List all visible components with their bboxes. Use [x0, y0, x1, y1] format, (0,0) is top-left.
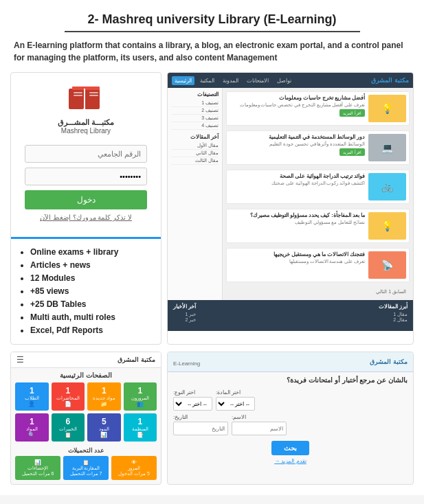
- stat-items: 5 البنود 📊: [87, 413, 121, 442]
- type-select[interactable]: -- اختر -- نوع 1 نوع 2: [173, 397, 212, 411]
- name-input[interactable]: [232, 422, 287, 435]
- search-button[interactable]: بحث: [271, 441, 309, 455]
- features-section: Online exams + library Articles + news 1…: [11, 237, 161, 344]
- page-wrapper: 2- Mashreq university Library (E-Learnin…: [0, 0, 424, 495]
- svg-rect-6: [89, 92, 98, 93]
- feature-item-reports: Excel, Pdf Reports: [30, 325, 155, 335]
- article-card-3: فوائد ترتيب الدراجة الهوائية على الصحة ا…: [226, 170, 410, 204]
- sidebar-article-1[interactable]: مقال الأول: [171, 142, 219, 150]
- bstat-compare-label: المقارنة البرية: [65, 466, 107, 471]
- article-thumb-2: 💻: [368, 134, 406, 161]
- date-input[interactable]: [173, 422, 228, 435]
- thumb-icon-3: 🚲: [368, 173, 406, 201]
- stat-materials-label: المواد: [17, 426, 47, 432]
- stat-students-label: الطلاب: [17, 396, 47, 401]
- sidebar-categories-title: التصنيفات: [171, 91, 219, 98]
- logo-text-arabic: مكتبـــة المشـــرق: [58, 118, 114, 127]
- site-main-content: أفضل مشاريع تخرج حاسبات ومعلومات تعرف عل…: [223, 88, 413, 300]
- site-body: التصنيفات تصنيف 1 تصنيف 2 تصنيف 3 تصنيف …: [168, 88, 413, 300]
- hamburger-icon[interactable]: ☰: [16, 355, 24, 365]
- nav-blog[interactable]: المدونة: [220, 76, 241, 85]
- article-thumb-1: 💡: [368, 95, 406, 122]
- expert-icon: 📋: [65, 432, 71, 438]
- read-more-1[interactable]: اقرأ المزيد: [339, 109, 365, 117]
- bstat-stats: 📊 الإحصاءات 6 مرات التحميل: [15, 456, 60, 480]
- article-content-3: فوائد ترتيب الدراجة الهوائية على الصحة ا…: [230, 173, 365, 201]
- stat-materials-num: 1: [17, 417, 47, 426]
- exam-header: E-Learning مكتبة المشرق: [168, 352, 413, 372]
- form-group-name: الاسم:: [232, 414, 287, 435]
- article-thumb-4: 💡: [368, 212, 406, 240]
- subject-select[interactable]: -- اختر -- مادة 1 مادة 2: [216, 397, 255, 411]
- article-thumb-3: 🚲: [368, 173, 406, 201]
- screenshots-row: مكتبـــة المشـــرق Mashreq Library دخول …: [10, 72, 414, 345]
- stat-org-label: المنظمة: [126, 426, 155, 432]
- svg-rect-5: [74, 95, 82, 96]
- forgot-link[interactable]: لا تذكر كلمة مرورك؟ إضغط الآن: [25, 214, 147, 221]
- stat-items-label: البنود: [89, 426, 119, 432]
- nav-exams[interactable]: الامتحانات: [244, 76, 271, 85]
- bstat-traffic: 👁 المرور 5 مرات الدخول: [111, 456, 157, 480]
- article-title-4: ما بعد المفاجأة: كيف يحدد مسؤولو التوظيف…: [230, 212, 365, 218]
- svg-rect-1: [85, 89, 100, 109]
- article-title-5: فتنجنك الاتصالات ما هي ومستقبل خريجيها: [230, 251, 365, 257]
- logo-icon: [65, 83, 107, 114]
- stat-new-materials: 1 مواد جديدة 📁: [87, 382, 121, 411]
- stat-items-num: 5: [89, 417, 119, 426]
- feature-item-views: +85 views: [30, 286, 155, 296]
- stat-new-materials-label: مواد جديدة: [89, 396, 119, 401]
- admin-logo: مكتبة المشرق: [118, 356, 155, 363]
- sidebar-article-2[interactable]: مقال الثاني: [171, 150, 219, 157]
- nav-contact[interactable]: تواصل: [274, 76, 294, 85]
- sidebar-recent-title: آخر المقالات: [171, 134, 219, 140]
- page-title: 2- Mashreq university Library (E-Learnin…: [10, 7, 414, 31]
- feature-item-auth: Multi auth, multi roles: [30, 312, 155, 322]
- stat-lectures-num: 1: [54, 386, 83, 396]
- form-group-date: التاريخ:: [173, 414, 228, 435]
- stat-lectures-label: المحاضرات: [54, 396, 83, 401]
- article-title-2: دور الوسائط المستخدمة في التنمية التعليم…: [230, 134, 365, 140]
- svg-rect-7: [89, 95, 98, 96]
- site-sidebar: التصنيفات تصنيف 1 تصنيف 2 تصنيف 3 تصنيف …: [168, 88, 223, 300]
- article-content-4: ما بعد المفاجأة: كيف يحدد مسؤولو التوظيف…: [230, 212, 365, 240]
- nav-home[interactable]: الرئيسية: [172, 76, 194, 85]
- form-row-1: اختر المادة: -- اختر -- مادة 1 مادة 2 اخ…: [173, 389, 408, 411]
- more-link[interactable]: تقدم المزيد →: [173, 458, 408, 464]
- visitors-icon: 👥: [137, 401, 144, 407]
- read-more-2[interactable]: اقرأ المزيد: [339, 148, 365, 156]
- login-button[interactable]: دخول: [25, 190, 147, 209]
- username-input[interactable]: [25, 145, 147, 163]
- feature-item-online-exams: Online exams + library: [30, 247, 155, 257]
- article-text-3: اكتشف فوائد ركوب الدراجة الهوائية على صح…: [230, 181, 365, 186]
- thumb-icon-5: 📡: [368, 251, 406, 279]
- article-content-2: دور الوسائط المستخدمة في التنمية التعليم…: [230, 134, 365, 161]
- bstat-compare-count: 7 مرات التحميل: [65, 471, 107, 477]
- stat-expert-label: الخبيرات: [54, 426, 83, 432]
- pagination[interactable]: السابق 1 التالي: [226, 287, 410, 297]
- footer-article-1: مقال 1: [379, 312, 408, 317]
- date-label: التاريخ:: [173, 414, 188, 420]
- type-label: اختر النوع:: [173, 389, 195, 396]
- article-card-1: أفضل مشاريع تخرج حاسبات ومعلومات تعرف عل…: [226, 91, 410, 126]
- site-nav: الرئيسية المكتبة المدونة الامتحانات تواص…: [172, 76, 294, 85]
- article-title-1: أفضل مشاريع تخرج حاسبات ومعلومات: [230, 95, 365, 101]
- exam-logo-sub-text: E-Learning: [173, 360, 200, 367]
- name-label: الاسم:: [232, 414, 246, 420]
- sidebar-category-2[interactable]: تصنيف 2: [171, 107, 219, 115]
- students-icon: 👤: [28, 401, 35, 407]
- sidebar-category-4[interactable]: تصنيف 4: [171, 122, 219, 130]
- bottom-row: ☰ مكتبة المشرق الصفحات الرئيسية 1 الطلاب…: [10, 352, 414, 485]
- stat-visitors-num: 1: [126, 386, 155, 396]
- logo-container: مكتبـــة المشـــرق Mashreq Library: [58, 83, 114, 135]
- password-input[interactable]: [25, 168, 147, 185]
- bstat-stats-icon: 📊: [34, 459, 41, 466]
- nav-library[interactable]: المكتبة: [197, 76, 217, 85]
- footer-article-2: مقال 2: [379, 317, 408, 323]
- exam-page-title: بالشان عن مرجع أختبار أو امتحانات فريدة؟: [173, 376, 408, 384]
- sidebar-article-3[interactable]: مقال الثالث: [171, 157, 219, 165]
- subject-label: اختر المادة:: [216, 389, 241, 396]
- title-divider: [65, 31, 360, 32]
- sidebar-category-1[interactable]: تصنيف 1: [171, 100, 219, 107]
- sidebar-category-3[interactable]: تصنيف 3: [171, 115, 219, 122]
- stat-new-materials-num: 1: [89, 386, 119, 396]
